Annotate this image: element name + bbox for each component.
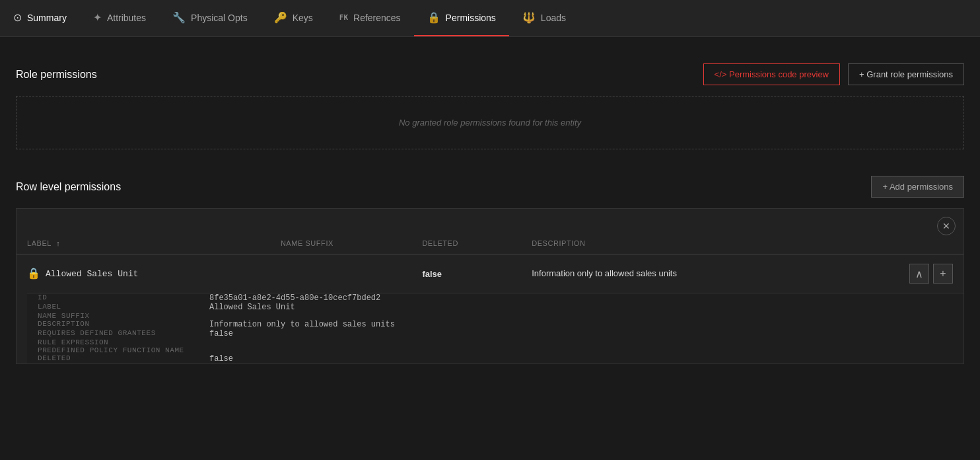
detail-table: ID8fe35a01-a8e2-4d55-a80e-10cecf7bded2LA… (27, 293, 963, 364)
detail-key: PREDEFINED POLICY FUNCTION NAME (27, 346, 199, 354)
detail-key: DESCRIPTION (27, 320, 199, 329)
col-deleted-text: DELETED (422, 239, 458, 247)
col-description-text: DESCRIPTION (532, 239, 585, 247)
row-level-title: Row level permissions (16, 181, 121, 193)
detail-row-item: LABELAllowed Sales Unit (27, 303, 963, 312)
grant-role-permissions-button[interactable]: + Grant role permissions (848, 63, 964, 85)
close-icon: ✕ (942, 221, 950, 231)
tab-references[interactable]: FK References (326, 0, 414, 36)
detail-row-item: DELETEDfalse (27, 354, 963, 364)
detail-key: RULE EXPRESSION (27, 338, 199, 346)
col-label: LABEL ↑ (17, 233, 270, 254)
table-row: 🔒 Allowed Sales Unit false Information o… (17, 254, 963, 293)
cell-description: Information only to allowed sales units (521, 254, 839, 293)
tab-loads[interactable]: 🔱 Loads (509, 0, 579, 36)
detail-value: Information only to allowed sales units (199, 320, 963, 329)
role-permissions-header: Role permissions </> Permissions code pr… (16, 63, 964, 85)
lock-tab-icon: 🔒 (427, 11, 440, 24)
detail-row-item: NAME SUFFIX (27, 312, 963, 320)
permissions-table-container: ✕ LABEL ↑ NAME SUFFIX DELETED DESCRI (16, 208, 964, 364)
fk-icon: FK (339, 13, 348, 22)
deleted-value: false (422, 269, 442, 279)
detail-row-item: PREDEFINED POLICY FUNCTION NAME (27, 346, 963, 354)
detail-row-item: REQUIRES DEFINED GRANTEESfalse (27, 329, 963, 338)
detail-value: false (199, 354, 963, 364)
detail-cell: ID8fe35a01-a8e2-4d55-a80e-10cecf7bded2LA… (17, 293, 963, 364)
role-permissions-actions: </> Permissions code preview + Grant rol… (703, 63, 964, 85)
col-name-suffix: NAME SUFFIX (270, 233, 412, 254)
tab-summary-label: Summary (27, 13, 67, 23)
role-permissions-empty-text: No granted role permissions found for th… (399, 118, 581, 128)
tab-keys-label: Keys (293, 13, 313, 23)
table-detail-row: ID8fe35a01-a8e2-4d55-a80e-10cecf7bded2LA… (17, 293, 963, 364)
col-name-suffix-text: NAME SUFFIX (281, 239, 333, 247)
close-button[interactable]: ✕ (937, 217, 956, 235)
cell-row-actions: ∧ + (839, 254, 963, 293)
tab-attributes-label: Attributes (107, 13, 146, 23)
tab-references-label: References (353, 13, 401, 23)
tab-permissions-label: Permissions (446, 13, 496, 23)
row-level-header: Row level permissions + Add permissions (16, 176, 964, 198)
key-icon: 🔑 (274, 11, 287, 24)
nav-tabs: ⊙ Summary ✦ Attributes 🔧 Physical Opts 🔑… (0, 0, 980, 37)
cell-name-suffix (270, 254, 412, 293)
col-actions (839, 233, 963, 254)
detail-value: false (199, 329, 963, 338)
chevron-up-icon: ∧ (915, 268, 923, 280)
detail-value (199, 338, 963, 346)
code-preview-button[interactable]: </> Permissions code preview (703, 63, 840, 85)
row-add-button[interactable]: + (933, 264, 953, 284)
plus-icon: + (940, 268, 946, 280)
loads-icon: 🔱 (522, 11, 536, 24)
cell-label: 🔒 Allowed Sales Unit (17, 254, 270, 293)
detail-row-item: ID8fe35a01-a8e2-4d55-a80e-10cecf7bded2 (27, 293, 963, 303)
add-permissions-button[interactable]: + Add permissions (871, 176, 964, 198)
description-value: Information only to allowed sales units (532, 268, 677, 278)
main-content: Role permissions </> Permissions code pr… (0, 37, 980, 380)
table-header-row: LABEL ↑ NAME SUFFIX DELETED DESCRIPTION (17, 233, 963, 254)
tab-attributes[interactable]: ✦ Attributes (80, 0, 159, 36)
detail-key: ID (27, 293, 199, 303)
wrench-icon: 🔧 (172, 11, 186, 24)
tab-physical-opts[interactable]: 🔧 Physical Opts (159, 0, 261, 36)
row-label-text: Allowed Sales Unit (46, 269, 138, 279)
role-permissions-title: Role permissions (16, 69, 97, 81)
detail-key: LABEL (27, 303, 199, 312)
collapse-button[interactable]: ∧ (909, 264, 929, 284)
tab-keys[interactable]: 🔑 Keys (261, 0, 326, 36)
detail-row-item: RULE EXPRESSION (27, 338, 963, 346)
cell-deleted: false (411, 254, 521, 293)
detail-key: REQUIRES DEFINED GRANTEES (27, 329, 199, 338)
detail-key: DELETED (27, 354, 199, 364)
role-permissions-empty-box: No granted role permissions found for th… (16, 96, 964, 149)
row-action-buttons: ∧ + (850, 264, 953, 284)
detail-value: Allowed Sales Unit (199, 303, 963, 312)
tab-loads-label: Loads (541, 13, 566, 23)
detail-value (199, 312, 963, 320)
detail-key: NAME SUFFIX (27, 312, 199, 320)
col-description: DESCRIPTION (521, 233, 839, 254)
summary-icon: ⊙ (13, 11, 22, 24)
detail-value (199, 346, 963, 354)
tab-permissions[interactable]: 🔒 Permissions (414, 0, 509, 36)
row-lock-icon: 🔒 (27, 267, 40, 280)
permissions-table: LABEL ↑ NAME SUFFIX DELETED DESCRIPTION (17, 233, 963, 364)
detail-value: 8fe35a01-a8e2-4d55-a80e-10cecf7bded2 (199, 293, 963, 303)
tab-physical-opts-label: Physical Opts (191, 13, 248, 23)
detail-row-item: DESCRIPTIONInformation only to allowed s… (27, 320, 963, 329)
col-deleted: DELETED (411, 233, 521, 254)
tab-summary[interactable]: ⊙ Summary (0, 0, 80, 36)
sort-asc-icon: ↑ (56, 239, 60, 247)
col-label-text: LABEL (27, 239, 52, 247)
attributes-icon: ✦ (93, 11, 102, 24)
row-label-content: 🔒 Allowed Sales Unit (27, 267, 260, 280)
